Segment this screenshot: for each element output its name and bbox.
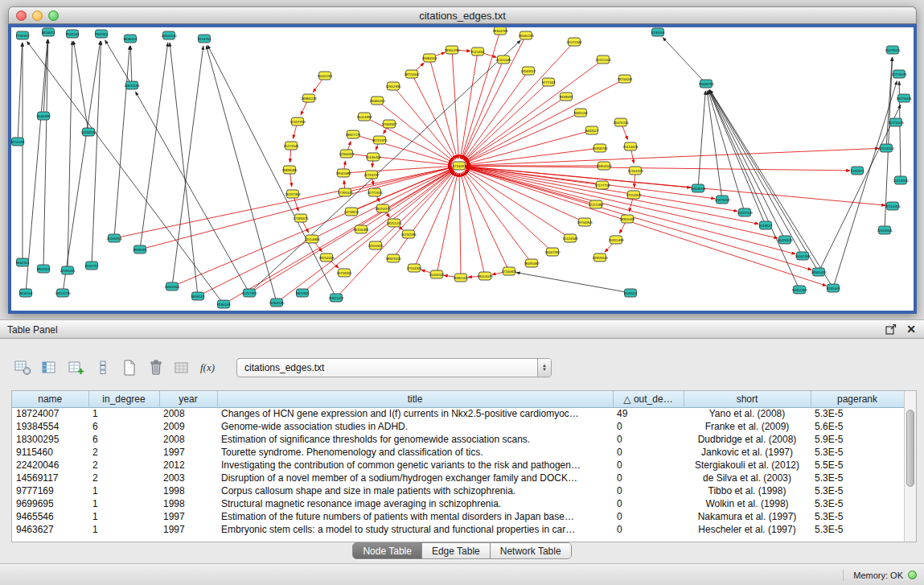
graph-edge[interactable] <box>708 90 766 225</box>
import-table-button[interactable] <box>172 357 193 378</box>
graph-edge[interactable] <box>459 166 885 205</box>
tab-edge-table[interactable]: Edge Table <box>422 543 491 558</box>
graph-node-label: 16959503 <box>592 256 608 260</box>
cell-short: Hescheler et al. (1997) <box>684 523 811 536</box>
graph-edge[interactable] <box>459 173 461 278</box>
network-table-select[interactable]: citations_edges.txt ▲▼ <box>236 358 552 377</box>
graph-edge[interactable] <box>459 166 715 199</box>
column-header-year[interactable]: year <box>159 391 217 407</box>
cell-year: 1998 <box>159 497 217 510</box>
graph-edge[interactable] <box>73 41 88 132</box>
new-file-button[interactable] <box>119 357 140 378</box>
show-columns-button[interactable] <box>39 357 60 378</box>
table-scrollbar[interactable] <box>904 391 916 542</box>
column-header-name[interactable]: name <box>12 391 88 407</box>
graph-edge[interactable] <box>466 97 566 162</box>
graph-edge[interactable] <box>466 148 600 165</box>
graph-edge[interactable] <box>130 46 132 85</box>
create-column-button[interactable] <box>66 357 87 378</box>
graph-node-label: 16237364 <box>285 192 301 196</box>
graph-edge[interactable] <box>114 46 129 238</box>
tab-node-table[interactable]: Node Table <box>353 543 422 558</box>
graph-edge[interactable] <box>172 46 203 286</box>
table-row[interactable]: 969969511998Structural magnetic resonanc… <box>12 497 904 510</box>
graph-edge[interactable] <box>277 170 454 303</box>
graph-edge[interactable] <box>463 171 532 263</box>
citation-network-canvas[interactable]: 1724097187240071938455418300295911546022… <box>11 27 914 311</box>
graph-edge[interactable] <box>27 41 224 304</box>
cell-year: 1997 <box>159 510 217 523</box>
graph-edge[interactable] <box>709 90 803 256</box>
close-panel-icon[interactable]: ✕ <box>906 323 916 335</box>
float-panel-icon[interactable] <box>885 323 897 335</box>
graph-edge[interactable] <box>466 167 596 204</box>
graph-node-label: 18827171 <box>345 133 361 137</box>
column-header-out_degree[interactable]: △ out_de… <box>613 391 684 407</box>
graph-node-label: 15273541 <box>283 144 299 148</box>
table-row[interactable]: 977716911998Corpus callosum shape and si… <box>12 484 904 497</box>
window-titlebar[interactable]: citations_edges.txt <box>8 6 917 24</box>
column-header-title[interactable]: title <box>217 391 613 407</box>
graph-node-label: 17210350 <box>885 204 901 208</box>
graph-edge[interactable] <box>170 43 198 296</box>
graph-edge[interactable] <box>466 170 570 238</box>
graph-edge[interactable] <box>516 273 630 293</box>
table-panel-header: Table Panel ✕ <box>0 319 924 339</box>
graph-edge[interactable] <box>92 41 101 266</box>
graph-edge[interactable] <box>833 81 897 288</box>
graph-edge[interactable] <box>709 90 785 240</box>
table-row[interactable]: 1938455462009Genome-wide association stu… <box>12 420 904 433</box>
graph-edge[interactable] <box>459 166 850 171</box>
table-scrollbar-thumb[interactable] <box>906 410 914 487</box>
graph-node-label: 12437933 <box>290 120 306 124</box>
graph-edge[interactable] <box>465 82 548 161</box>
table-row[interactable]: 946554611997Estimation of the future num… <box>12 510 904 523</box>
table-row[interactable]: 1872400712008Changes of HCN gene express… <box>12 407 904 420</box>
graph-edge[interactable] <box>437 173 458 274</box>
graph-node-label: 19014073 <box>477 274 493 278</box>
graph-edge[interactable] <box>63 41 101 293</box>
graph-edge[interactable] <box>18 43 23 142</box>
graph-edge[interactable] <box>708 91 745 212</box>
graph-edge[interactable] <box>377 101 454 161</box>
graph-edge[interactable] <box>347 154 452 165</box>
delete-table-button[interactable] <box>146 357 166 378</box>
graph-edge[interactable] <box>207 45 336 298</box>
graph-edge[interactable] <box>206 46 277 303</box>
minimize-window-button[interactable] <box>32 10 43 21</box>
table-settings-button[interactable] <box>13 357 34 378</box>
graph-edge[interactable] <box>140 43 168 249</box>
tab-network-table[interactable]: Network Table <box>491 543 571 558</box>
column-header-short[interactable]: short <box>684 391 811 407</box>
network-view[interactable]: 1724097187240071938455418300295911546022… <box>8 24 917 314</box>
table-row[interactable]: 911546021997Tourette syndrome. Phenomeno… <box>12 446 904 459</box>
close-window-button[interactable] <box>16 10 27 21</box>
table-panel-title: Table Panel <box>7 324 58 336</box>
graph-edge[interactable] <box>819 105 901 272</box>
cell-name: 9699695 <box>12 497 88 510</box>
graph-edge[interactable] <box>459 148 879 166</box>
graph-node-label: 9699695 <box>560 95 573 99</box>
graph-edge[interactable] <box>663 38 706 84</box>
table-row[interactable]: 946362711997Embryonic stem cells: a mode… <box>12 523 904 536</box>
graph-edge[interactable] <box>461 173 485 276</box>
network-window: citations_edges.txt 17240971872400719384… <box>8 6 917 314</box>
graph-node-label: 12753747 <box>363 173 380 177</box>
zoom-window-button[interactable] <box>48 10 59 21</box>
graph-edge[interactable] <box>459 166 778 238</box>
node-table-header-row: namein_degreeyeartitle△ out_de…shortpage… <box>12 391 904 407</box>
graph-edge[interactable] <box>462 172 509 271</box>
graph-edge[interactable] <box>464 42 574 160</box>
column-header-pagerank[interactable]: pagerank <box>811 391 904 407</box>
row-options-button[interactable] <box>92 357 113 378</box>
graph-edge[interactable] <box>26 39 47 293</box>
table-row[interactable]: 1456911722003Disruption of a novel membe… <box>12 472 904 484</box>
function-builder-button[interactable]: f(x) <box>199 357 220 378</box>
graph-edge[interactable] <box>465 171 552 252</box>
table-row[interactable]: 2242004622012Investigating the contribut… <box>12 459 904 472</box>
table-row[interactable]: 1830029562008Estimation of significance … <box>12 433 904 446</box>
graph-edge[interactable] <box>698 91 705 188</box>
graph-edge[interactable] <box>459 166 811 270</box>
graph-edge[interactable] <box>105 40 132 85</box>
column-header-in_degree[interactable]: in_degree <box>88 391 159 407</box>
